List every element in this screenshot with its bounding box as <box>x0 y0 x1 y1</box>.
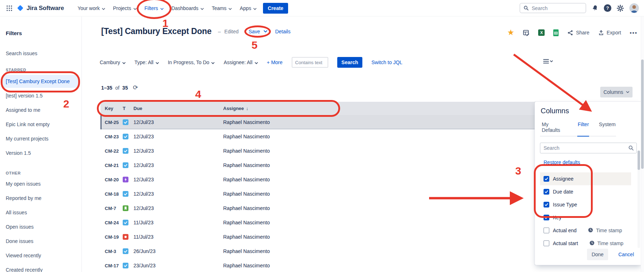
jira-diamond-icon <box>17 4 24 12</box>
panel-scrollbar-thumb[interactable] <box>638 151 640 170</box>
filter-chip-assignee-all[interactable]: Assignee: All <box>224 59 258 65</box>
sort-descending-icon: ↓ <box>246 106 249 111</box>
column-header-key[interactable]: Key <box>100 106 123 111</box>
user-avatar[interactable] <box>629 3 639 13</box>
tab-filter[interactable]: Filter <box>577 120 589 136</box>
issue-type-story-icon <box>123 205 128 211</box>
checkbox-checked[interactable] <box>544 202 549 207</box>
more-filters-button[interactable]: + More <box>267 59 283 65</box>
switch-to-jql-link[interactable]: Switch to JQL <box>371 59 402 65</box>
google-sheets-icon[interactable] <box>553 29 559 36</box>
nav-item-your-work[interactable]: Your work <box>75 2 108 14</box>
notifications-bell-icon[interactable] <box>592 5 598 11</box>
check-icon <box>544 215 549 220</box>
nav-item-apps[interactable]: Apps <box>237 2 259 14</box>
nav-menu: Your workProjectsFilters1DashboardsTeams… <box>75 2 259 14</box>
issue-type-task-icon <box>123 263 128 268</box>
panel-scrollbar[interactable] <box>638 151 640 248</box>
done-button[interactable]: Done <box>587 249 608 260</box>
filter-chip-cambury[interactable]: Cambury <box>100 59 126 65</box>
column-header-t[interactable]: T <box>123 106 133 111</box>
sidebar-item-done-issues[interactable]: Done issues <box>3 234 79 248</box>
spreadsheet-edit-icon[interactable] <box>523 29 530 36</box>
save-button[interactable]: Save <box>249 29 260 34</box>
jira-logo[interactable]: Jira Software <box>17 4 64 12</box>
issue-key: CM-20 <box>100 177 123 182</box>
create-button[interactable]: Create <box>263 3 288 14</box>
nav-item-teams[interactable]: Teams <box>209 2 235 14</box>
sidebar-item-test-cambury-except-done[interactable]: [Test] Cambury Except Done2 <box>3 75 79 88</box>
help-icon[interactable]: ? <box>604 4 611 12</box>
chevron-down-icon <box>255 62 258 64</box>
global-search[interactable] <box>520 3 586 13</box>
tab-my-defaults[interactable]: My Defaults <box>541 120 568 136</box>
sidebar-item-reported-by-me[interactable]: Reported by me <box>3 191 79 205</box>
column-option-due-date[interactable]: Due date <box>540 185 631 198</box>
issue-key: CM-18 <box>100 191 123 197</box>
nav-item-filters[interactable]: Filters1 <box>142 2 166 14</box>
settings-gear-icon[interactable] <box>617 5 624 12</box>
checkbox-checked[interactable] <box>544 189 549 195</box>
column-option-actual-start[interactable]: Actual startTime stamp <box>540 237 631 250</box>
checkbox-checked[interactable] <box>544 215 549 220</box>
column-header-due[interactable]: Due <box>133 106 223 111</box>
sidebar-item-my-open-issues[interactable]: My open issues <box>3 177 79 191</box>
more-actions-icon[interactable]: ••• <box>630 30 638 36</box>
tab-system[interactable]: System <box>598 120 616 136</box>
filter-chip-in-progress-to-do[interactable]: In Progress, To Do <box>168 59 215 65</box>
checkbox-checked[interactable] <box>544 176 549 182</box>
search-icon <box>523 5 529 11</box>
filter-chip-type-all[interactable]: Type: All <box>135 59 159 65</box>
sidebar: Filters Search issuesSTARRED[Test] Cambu… <box>0 16 82 272</box>
sidebar-item-assigned-to-me[interactable]: Assigned to me <box>3 103 79 117</box>
issue-type-cell <box>123 119 133 125</box>
chevron-down-icon <box>253 8 257 10</box>
share-button[interactable]: Share <box>567 30 589 36</box>
edited-status: Edited <box>224 29 239 34</box>
filter-search-button[interactable]: Search <box>337 57 363 68</box>
column-option-label: Issue Type <box>553 202 577 207</box>
column-option-key[interactable]: Key <box>540 211 631 224</box>
global-search-input[interactable] <box>532 5 578 11</box>
chevron-down-icon <box>211 62 215 64</box>
checkbox-unchecked[interactable] <box>544 228 549 233</box>
column-option-assignee[interactable]: Assignee <box>540 172 631 185</box>
column-option-actual-end[interactable]: Actual endTime stamp <box>540 224 631 237</box>
sidebar-item-label: Assigned to me <box>6 107 41 113</box>
search-icon <box>628 145 634 151</box>
sidebar-item-viewed-recently[interactable]: Viewed recently <box>3 248 79 263</box>
issue-type-bolt-icon <box>123 177 128 182</box>
cancel-button[interactable]: Cancel <box>618 252 634 257</box>
page-scrollbar-thumb[interactable] <box>641 59 644 169</box>
sidebar-item-test-version-1-5[interactable]: [test] version 1.5 <box>3 89 79 103</box>
nav-item-dashboards[interactable]: Dashboards <box>169 2 207 14</box>
checkbox-unchecked[interactable] <box>544 240 549 246</box>
sidebar-item-my-current-projects[interactable]: My current projects <box>3 132 79 146</box>
star-icon[interactable]: ★ <box>507 29 514 37</box>
contains-text-input[interactable] <box>292 57 328 68</box>
sidebar-item-version-1-5[interactable]: Version 1.5 <box>3 146 79 160</box>
export-button[interactable]: Export <box>598 30 621 36</box>
sidebar-item-label: Created recently <box>6 267 43 272</box>
sidebar-item-open-issues[interactable]: Open issues <box>3 220 79 234</box>
view-options-icon[interactable] <box>543 58 553 66</box>
sidebar-item-epic-link-not-empty[interactable]: Epic Link not empty <box>3 117 79 132</box>
excel-icon[interactable]: X <box>538 29 545 36</box>
meta-label: Time stamp <box>596 228 622 233</box>
details-link[interactable]: Details <box>275 29 291 34</box>
sidebar-item-all-issues[interactable]: All issues <box>3 205 79 220</box>
save-chevron-down-icon[interactable] <box>264 30 267 33</box>
columns-panel: Columns My DefaultsFilterSystem Restore … <box>535 101 642 265</box>
columns-search-input[interactable] <box>540 143 637 153</box>
column-option-issue-type[interactable]: Issue Type <box>540 198 631 211</box>
restore-defaults-link[interactable]: Restore defaults <box>544 159 580 165</box>
nav-item-projects[interactable]: Projects <box>110 2 140 14</box>
sidebar-item-created-recently[interactable]: Created recently <box>3 263 79 272</box>
columns-button[interactable]: Columns <box>600 87 633 97</box>
column-option-label: Actual end <box>553 228 577 233</box>
issue-type-task-icon <box>123 191 128 197</box>
page-scrollbar[interactable] <box>641 16 644 272</box>
refresh-icon[interactable]: ⟳ <box>133 85 138 91</box>
app-switcher-icon[interactable] <box>5 4 14 13</box>
sidebar-item-search-issues[interactable]: Search issues <box>3 46 79 61</box>
